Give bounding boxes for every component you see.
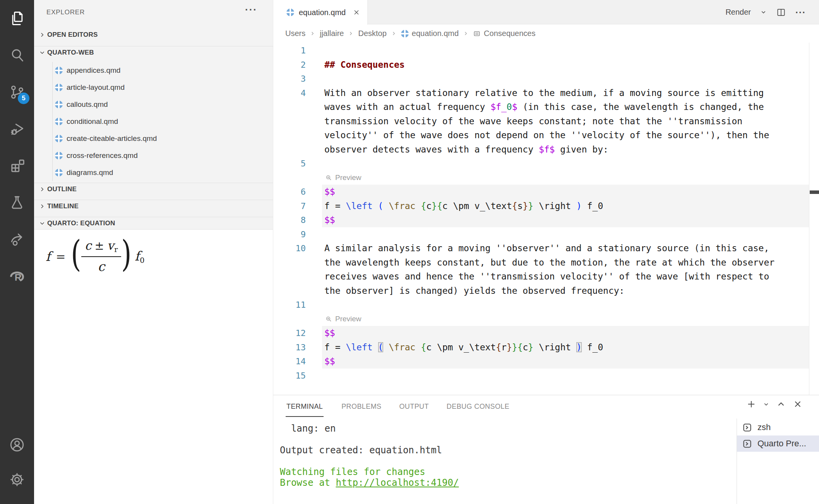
panel-tab-output[interactable]: OUTPUT bbox=[399, 403, 428, 411]
code-token: \left bbox=[346, 201, 372, 211]
editor-line[interactable]: Preview bbox=[273, 312, 819, 326]
line-number: 5 bbox=[273, 159, 306, 168]
account-button[interactable] bbox=[0, 427, 34, 462]
editor-line[interactable]: 5 bbox=[273, 156, 819, 171]
section-workspace[interactable]: QUARTO-WEB bbox=[34, 46, 273, 58]
quarto-button[interactable] bbox=[0, 221, 34, 257]
code-token: \frac bbox=[389, 201, 415, 211]
editor-line[interactable]: 14$$ bbox=[273, 354, 819, 369]
zoom-in-icon bbox=[325, 315, 332, 323]
render-button[interactable]: Render bbox=[725, 8, 751, 17]
editor-more-actions-button[interactable]: ··· bbox=[795, 7, 806, 18]
code-text: waves with an actual frequency $f_0$ (in… bbox=[324, 100, 764, 114]
editor-line[interactable]: 8$$ bbox=[273, 213, 819, 227]
preview-code-lens[interactable]: Preview bbox=[325, 173, 362, 182]
editor-line[interactable]: 1 bbox=[273, 43, 819, 58]
code-token: c bbox=[426, 201, 432, 211]
editor-line[interactable]: the observer] is changed) yields the obs… bbox=[273, 284, 819, 298]
editor-line[interactable]: 11 bbox=[273, 298, 819, 312]
new-terminal-button[interactable] bbox=[746, 399, 756, 409]
extensions-button[interactable] bbox=[0, 147, 34, 184]
terminal-list-item[interactable]: zsh bbox=[737, 419, 819, 435]
file-item[interactable]: article-layout.qmd bbox=[34, 79, 273, 96]
panel-tab-terminal[interactable]: TERMINAL bbox=[286, 396, 324, 417]
sidebar-more-actions-button[interactable]: ··· bbox=[245, 4, 257, 16]
editor-line[interactable]: 12$$ bbox=[273, 326, 819, 340]
editor-line[interactable]: 10A similar analysis for a moving ''obse… bbox=[273, 241, 819, 255]
editor-line[interactable]: 3 bbox=[273, 72, 819, 86]
chevron-right-icon bbox=[39, 203, 46, 210]
code-text: $$ bbox=[324, 326, 335, 340]
code-token: $$ bbox=[324, 187, 335, 197]
quarto-icon bbox=[9, 231, 26, 248]
editor-line[interactable]: Preview bbox=[273, 171, 819, 185]
section-outline[interactable]: OUTLINE bbox=[34, 183, 273, 195]
split-editor-icon[interactable] bbox=[776, 7, 786, 17]
settings-gear-icon bbox=[9, 471, 26, 488]
overview-ruler[interactable] bbox=[809, 43, 819, 395]
section-label: TIMELINE bbox=[47, 202, 79, 210]
file-item[interactable]: diagrams.qmd bbox=[34, 164, 273, 181]
testing-button[interactable] bbox=[0, 184, 34, 221]
code-token: ) bbox=[576, 342, 582, 352]
terminal-dropdown-icon[interactable] bbox=[763, 401, 769, 408]
line-number: 2 bbox=[273, 60, 306, 70]
render-dropdown-icon[interactable] bbox=[760, 9, 767, 15]
editor-line[interactable]: observer detects waves with a frequency … bbox=[273, 142, 819, 157]
editor-line[interactable]: 9 bbox=[273, 227, 819, 242]
code-token: } bbox=[512, 342, 517, 352]
settings-gear-button[interactable] bbox=[0, 462, 34, 497]
code-token: the observer] is changed) yields the obs… bbox=[324, 286, 624, 296]
editor-line[interactable]: transmission velocity of the wave keeps … bbox=[273, 114, 819, 129]
panel-tab-problems[interactable]: PROBLEMS bbox=[341, 403, 381, 411]
tab-equation-qmd[interactable]: equation.qmd bbox=[273, 0, 368, 25]
file-item[interactable]: create-citeable-articles.qmd bbox=[34, 130, 273, 147]
preview-code-lens[interactable]: Preview bbox=[325, 315, 362, 323]
file-item[interactable]: cross-references.qmd bbox=[34, 147, 273, 164]
equation-lhs: f bbox=[46, 249, 50, 264]
terminal-output[interactable]: lang: en Output created: equation.html W… bbox=[280, 423, 459, 488]
editor-line[interactable]: the wavelength keeps constant, but due t… bbox=[273, 255, 819, 270]
terminal-link[interactable]: http://localhost:4190/ bbox=[336, 477, 459, 488]
editor-line[interactable]: receives waves and hence the ''transmiss… bbox=[273, 269, 819, 284]
editor-line[interactable]: velocity'' of the wave does not depend o… bbox=[273, 128, 819, 142]
file-item[interactable]: conditional.qmd bbox=[34, 113, 273, 130]
rhs-sub: 0 bbox=[140, 256, 144, 264]
editor-line[interactable]: 6$$ bbox=[273, 185, 819, 199]
code-token: \frac bbox=[389, 342, 415, 352]
code-lens-label: Preview bbox=[335, 173, 362, 182]
code-token: $$ bbox=[324, 215, 335, 225]
section-open-editors[interactable]: OPEN EDITORS bbox=[34, 29, 273, 41]
file-item[interactable]: callouts.qmd bbox=[34, 96, 273, 113]
file-item[interactable]: appendices.qmd bbox=[34, 62, 273, 79]
panel-tab-debug-console[interactable]: DEBUG CONSOLE bbox=[447, 403, 509, 411]
terminal-list-item[interactable]: Quarto Pre... bbox=[737, 435, 819, 452]
r-lang-button[interactable]: R bbox=[0, 257, 34, 294]
chevron-down-icon bbox=[39, 220, 46, 227]
tab-close-icon[interactable] bbox=[353, 9, 360, 16]
explorer-button[interactable] bbox=[0, 0, 34, 37]
editor-line[interactable]: 4With an observer stationary relative to… bbox=[273, 86, 819, 100]
line-number: 1 bbox=[273, 46, 306, 55]
editor-line[interactable]: 2## Consequences bbox=[273, 58, 819, 72]
editor-line[interactable]: 13f = \left ( \frac {c \pm v_\text{r}}{c… bbox=[273, 340, 819, 355]
code-token: { bbox=[421, 201, 426, 211]
code-token: c bbox=[523, 342, 528, 352]
editor-line[interactable]: 7f = \left ( \frac {c}{c \pm v_\text{s}}… bbox=[273, 199, 819, 213]
source-control-button[interactable]: 5 bbox=[0, 74, 34, 110]
maximize-panel-button[interactable] bbox=[776, 399, 786, 409]
run-and-debug-button[interactable] bbox=[0, 110, 34, 147]
terminal-text: Output created: equation.html bbox=[280, 445, 442, 456]
code-token: the wavelength keeps constant, but due t… bbox=[324, 257, 774, 267]
search-button[interactable] bbox=[0, 37, 34, 74]
editor-line[interactable]: waves with an actual frequency $f_0$ (in… bbox=[273, 100, 819, 114]
numerator-sub: r bbox=[114, 245, 118, 254]
code-token: ( bbox=[378, 201, 384, 211]
section-quarto-equation[interactable]: QUARTO: EQUATION bbox=[34, 217, 273, 229]
code-text: $$ bbox=[324, 354, 335, 369]
close-panel-button[interactable] bbox=[793, 399, 803, 409]
code-token: } bbox=[432, 201, 437, 211]
file-name: create-citeable-articles.qmd bbox=[67, 134, 157, 143]
section-timeline[interactable]: TIMELINE bbox=[34, 200, 273, 212]
editor-line[interactable]: 15 bbox=[273, 369, 819, 383]
